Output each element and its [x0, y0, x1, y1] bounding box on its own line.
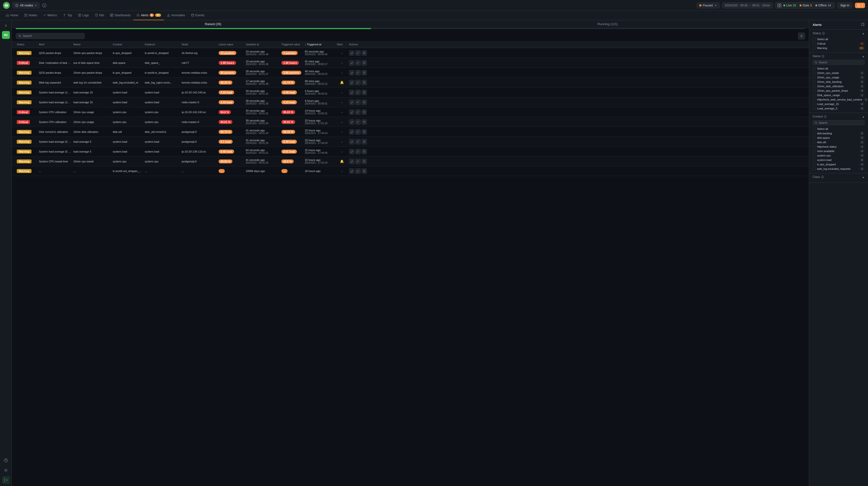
- name-filter-item[interactable]: 10min_qos_packet_drops 4: [813, 88, 865, 93]
- name-select-all-checkbox[interactable]: [813, 67, 815, 70]
- info-icon[interactable]: [42, 3, 46, 8]
- silen-bell[interactable]: 🔔: [340, 81, 344, 84]
- search-input-wrap[interactable]: [16, 33, 85, 39]
- collapse-panel-btn[interactable]: [861, 23, 865, 27]
- context-item-checkbox[interactable]: [813, 132, 815, 135]
- context-section-collapse[interactable]: ▲: [862, 115, 865, 118]
- nav-item-logs[interactable]: Logs: [75, 11, 92, 20]
- context-filter-item[interactable]: disk.space 2: [813, 136, 865, 140]
- name-item-checkbox[interactable]: [813, 89, 815, 92]
- table-settings-btn[interactable]: [798, 32, 805, 39]
- name-filter-item[interactable]: 10min_cpu_usage 2: [813, 75, 865, 80]
- user-avatar[interactable]: ND: [2, 31, 10, 39]
- name-item-checkbox[interactable]: [813, 72, 815, 75]
- action-edit-btn[interactable]: [355, 90, 361, 95]
- silen-bell[interactable]: 🔔: [340, 160, 344, 163]
- nav-item-k8s[interactable]: K8s: [92, 11, 107, 20]
- nav-item-dashboards[interactable]: Dashboards: [107, 11, 133, 20]
- context-select-all[interactable]: Select all: [813, 127, 865, 131]
- context-item-checkbox[interactable]: [813, 167, 815, 170]
- name-section-collapse[interactable]: ▲: [862, 55, 865, 58]
- context-filter-item[interactable]: tc.qos_dropped 4: [813, 162, 865, 167]
- context-item-checkbox[interactable]: [813, 145, 815, 148]
- context-select-all-checkbox[interactable]: [813, 127, 815, 131]
- nav-item-alerts[interactable]: Alerts 5 21: [133, 11, 164, 20]
- action-snooze-btn[interactable]: [362, 109, 367, 115]
- action-snooze-btn[interactable]: [362, 119, 367, 125]
- action-edit-btn[interactable]: [355, 50, 361, 56]
- action-link-btn[interactable]: [349, 119, 354, 125]
- signin-button[interactable]: Sign in: [837, 2, 853, 8]
- name-filter-item[interactable]: 10min_cpu_iowait 1: [813, 71, 865, 75]
- status-warning-item[interactable]: Warning 21: [813, 46, 865, 50]
- action-link-btn[interactable]: [349, 159, 354, 164]
- name-item-checkbox[interactable]: [813, 76, 815, 79]
- nav-item-events[interactable]: Events: [188, 11, 208, 20]
- node-selector[interactable]: All nodes: [12, 2, 40, 8]
- action-edit-btn[interactable]: [355, 149, 361, 154]
- alert-bell[interactable]: 1: [855, 3, 865, 8]
- context-filter-item[interactable]: httpcheck.status 1: [813, 144, 865, 149]
- action-snooze-btn[interactable]: [362, 70, 367, 76]
- action-edit-btn[interactable]: [355, 70, 361, 76]
- action-snooze-btn[interactable]: [362, 99, 367, 105]
- action-snooze-btn[interactable]: [362, 90, 367, 95]
- action-snooze-btn[interactable]: [362, 80, 367, 85]
- sidebar-signout-icon[interactable]: [2, 476, 10, 484]
- context-item-checkbox[interactable]: [813, 154, 815, 157]
- name-filter-item[interactable]: Httpcheck_web_service_bad_content 1: [813, 97, 865, 102]
- status-critical-checkbox[interactable]: [813, 42, 815, 45]
- action-edit-btn[interactable]: [355, 119, 361, 125]
- name-search[interactable]: [813, 60, 865, 65]
- paused-badge[interactable]: Paused: [697, 2, 719, 8]
- action-link-btn[interactable]: [349, 109, 354, 115]
- context-filter-item[interactable]: mem.available 4: [813, 149, 865, 153]
- action-snooze-btn[interactable]: [362, 60, 367, 65]
- action-edit-btn[interactable]: [355, 99, 361, 105]
- action-link-btn[interactable]: [349, 99, 354, 105]
- action-link-btn[interactable]: [349, 168, 354, 174]
- name-filter-item[interactable]: Load_average_5 2: [813, 106, 865, 111]
- context-filter-item[interactable]: disk.backlog 2: [813, 131, 865, 136]
- sidebar-help-icon[interactable]: [2, 456, 10, 464]
- action-link-btn[interactable]: [349, 80, 354, 85]
- name-filter-item[interactable]: Load_average_15 4: [813, 102, 865, 106]
- context-item-checkbox[interactable]: [813, 150, 815, 152]
- nav-item-metrics[interactable]: Metrics: [40, 11, 60, 20]
- sidebar-settings-icon[interactable]: [2, 466, 10, 474]
- name-search-input[interactable]: [819, 61, 862, 64]
- action-snooze-btn[interactable]: [362, 159, 367, 164]
- action-edit-btn[interactable]: [355, 109, 361, 115]
- nav-item-anomalies[interactable]: Anomalies: [164, 11, 188, 20]
- action-snooze-btn[interactable]: [362, 139, 367, 144]
- name-item-checkbox[interactable]: [813, 85, 815, 88]
- status-select-all[interactable]: Select all: [813, 37, 865, 41]
- action-link-btn[interactable]: [349, 70, 354, 76]
- name-item-checkbox[interactable]: [813, 103, 815, 106]
- action-edit-btn[interactable]: [355, 60, 361, 65]
- context-filter-item[interactable]: web_log.excluded_requests 2: [813, 167, 865, 171]
- context-item-checkbox[interactable]: [813, 136, 815, 139]
- action-snooze-btn[interactable]: [362, 168, 367, 174]
- action-link-btn[interactable]: [349, 90, 354, 95]
- logo[interactable]: [3, 2, 10, 9]
- search-input[interactable]: [23, 34, 82, 38]
- name-item-checkbox[interactable]: [813, 107, 815, 110]
- name-item-checkbox[interactable]: [813, 98, 815, 101]
- action-snooze-btn[interactable]: [362, 50, 367, 56]
- context-filter-item[interactable]: system.cpu 3: [813, 153, 865, 158]
- action-snooze-btn[interactable]: [362, 149, 367, 154]
- action-link-btn[interactable]: [349, 129, 354, 135]
- action-snooze-btn[interactable]: [362, 129, 367, 135]
- action-edit-btn[interactable]: [355, 159, 361, 164]
- nav-item-nodes[interactable]: Nodes: [21, 11, 40, 20]
- context-search-input[interactable]: [819, 121, 862, 124]
- action-edit-btn[interactable]: [355, 139, 361, 144]
- context-item-checkbox[interactable]: [813, 159, 815, 162]
- status-select-all-checkbox[interactable]: [813, 38, 815, 41]
- context-filter-item[interactable]: disk.util 2: [813, 140, 865, 144]
- action-link-btn[interactable]: [349, 50, 354, 56]
- nav-item-top[interactable]: Top: [60, 11, 75, 20]
- context-search[interactable]: [813, 120, 865, 125]
- name-select-all[interactable]: Select all: [813, 66, 865, 71]
